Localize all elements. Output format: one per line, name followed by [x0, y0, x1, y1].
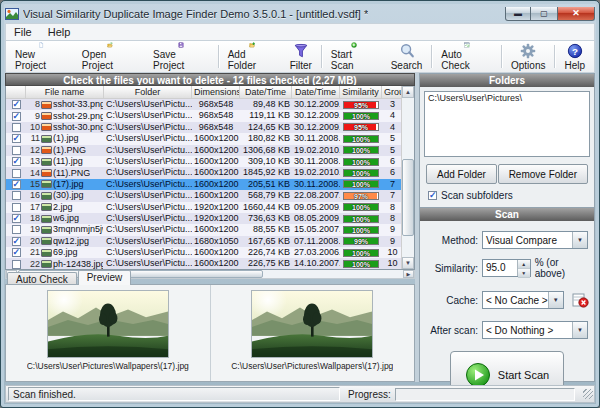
save-project-button[interactable]: Save Project	[146, 42, 216, 71]
row-checkbox[interactable]	[12, 100, 21, 109]
minimize-button[interactable]: ▬	[505, 7, 531, 21]
file-name-cell[interactable]: 18w6.jpg	[26, 213, 104, 224]
table-row[interactable]: 20qw12.jpgC:\Users\User\Pictu...1680x105…	[6, 236, 401, 247]
file-name-cell[interactable]: 2169.jpg	[26, 247, 104, 258]
file-name-cell[interactable]: 9sshot-29.png	[26, 110, 104, 121]
col-size[interactable]: Date/Time	[240, 86, 292, 98]
file-name-cell[interactable]: 11(1).jpg	[26, 133, 104, 144]
row-checkbox[interactable]	[12, 248, 21, 257]
row-checkbox[interactable]	[12, 203, 21, 212]
search-button[interactable]: Search	[384, 42, 430, 71]
table-row[interactable]: 12(1).PNGC:\Users\User\Pictu...1600x1200…	[6, 145, 401, 156]
table-row[interactable]: 10sshot-30.pngC:\Users\User\Pictu...968x…	[6, 122, 401, 133]
table-row[interactable]: 15(17).jpgC:\Users\User\Pictu...1600x120…	[6, 179, 401, 190]
scroll-down-icon[interactable]: ▼	[402, 257, 414, 269]
row-check-cell[interactable]	[6, 167, 26, 178]
table-row[interactable]: 11(1).jpgC:\Users\User\Pictu...1600x1200…	[6, 133, 401, 144]
file-name-cell[interactable]: 8sshot-33.png	[26, 99, 104, 110]
maximize-button[interactable]: ▢	[531, 7, 557, 21]
row-checkbox[interactable]	[12, 169, 21, 178]
row-checkbox[interactable]	[12, 214, 21, 223]
col-dimensions[interactable]: Dimensions	[192, 86, 240, 98]
row-checkbox[interactable]	[12, 180, 21, 189]
help-button[interactable]: ? Help	[557, 42, 592, 71]
add-folder-panel-button[interactable]: Add Folder	[426, 164, 497, 184]
options-button[interactable]: Options	[504, 42, 552, 71]
col-group[interactable]: Group	[382, 86, 403, 98]
row-checkbox[interactable]	[12, 146, 21, 155]
spin-down-icon[interactable]: ▼	[518, 269, 530, 278]
table-row[interactable]: 18w6.jpgC:\Users\User\Pictu...1920x12007…	[6, 213, 401, 224]
vertical-scroll-thumb[interactable]	[402, 159, 414, 236]
row-check-cell[interactable]	[6, 133, 26, 144]
row-check-cell[interactable]	[6, 236, 26, 247]
table-row[interactable]: 14(11).PNGC:\Users\User\Pictu...1600x120…	[6, 167, 401, 178]
row-checkbox[interactable]	[12, 134, 21, 143]
col-similarity[interactable]: Similarity	[340, 86, 382, 98]
file-name-cell[interactable]: 14(11).PNG	[26, 167, 104, 178]
row-check-cell[interactable]	[6, 179, 26, 190]
col-file-name[interactable]: File name	[26, 86, 104, 98]
file-name-cell[interactable]: 12(1).PNG	[26, 145, 104, 156]
preview-left-image[interactable]	[47, 290, 169, 358]
start-scan-toolbar-button[interactable]: Start Scan	[324, 42, 384, 71]
row-check-cell[interactable]	[6, 247, 26, 258]
chevron-down-icon[interactable]: ▼	[572, 322, 587, 338]
spin-up-icon[interactable]: ▲	[518, 260, 530, 269]
row-check-cell[interactable]	[6, 122, 26, 133]
similarity-stepper[interactable]: 95.0 ▲▼	[482, 259, 531, 277]
table-row[interactable]: 2169.jpgC:\Users\User\Pictu...1600x12002…	[6, 247, 401, 258]
method-dropdown[interactable]: Visual Compare ▼	[482, 231, 588, 249]
vertical-scrollbar[interactable]: ▲ ▼	[401, 86, 414, 269]
chevron-down-icon[interactable]: ▼	[548, 292, 563, 308]
add-folder-button[interactable]: Add Folder	[221, 42, 283, 71]
row-check-cell[interactable]	[6, 224, 26, 235]
open-project-button[interactable]: Open Project	[75, 42, 146, 71]
menu-help[interactable]: Help	[40, 25, 79, 39]
row-check-cell[interactable]	[6, 99, 26, 110]
close-button[interactable]: ✕	[557, 7, 595, 21]
row-check-cell[interactable]	[6, 202, 26, 213]
scroll-up-icon[interactable]: ▲	[402, 86, 414, 98]
folder-list-item[interactable]: C:\Users\User\Pictures\	[428, 93, 586, 103]
row-checkbox[interactable]	[12, 260, 21, 269]
row-checkbox[interactable]	[12, 191, 21, 200]
file-name-cell[interactable]: 172.jpg	[26, 202, 104, 213]
row-checkbox[interactable]	[12, 225, 21, 234]
filter-button[interactable]: Filter	[283, 42, 319, 71]
col-check[interactable]	[6, 86, 26, 98]
file-name-cell[interactable]: 13(11).jpg	[26, 156, 104, 167]
file-name-cell[interactable]: 16(30).jpg	[26, 190, 104, 201]
delete-cache-icon[interactable]	[572, 292, 589, 308]
menu-file[interactable]: File	[6, 25, 40, 39]
folder-list[interactable]: C:\Users\User\Pictures\	[424, 91, 590, 157]
remove-folder-button[interactable]: Remove Folder	[498, 164, 588, 184]
file-name-cell[interactable]: 20qw12.jpg	[26, 236, 104, 247]
table-row[interactable]: 9sshot-29.pngC:\Users\User\Pictu...968x5…	[6, 110, 401, 121]
row-checkbox[interactable]	[12, 123, 21, 132]
file-name-cell[interactable]: 193mqnnmjn5jwo3	[26, 224, 104, 235]
file-name-cell[interactable]: 22ph-12438.jpg	[26, 258, 104, 269]
preview-right-image[interactable]	[251, 290, 373, 358]
table-row[interactable]: 13(11).jpgC:\Users\User\Pictu...1600x120…	[6, 156, 401, 167]
file-name-cell[interactable]: 15(17).jpg	[26, 179, 104, 190]
row-check-cell[interactable]	[6, 145, 26, 156]
similarity-value[interactable]: 95.0	[483, 260, 517, 276]
col-date[interactable]: Date/Time	[292, 86, 340, 98]
table-row[interactable]: 193mqnnmjn5jwo3C:\Users\User\Pictu...160…	[6, 224, 401, 235]
after-scan-dropdown[interactable]: < Do Nothing > ▼	[482, 321, 588, 339]
table-row[interactable]: 16(30).jpgC:\Users\User\Pictu...1600x120…	[6, 190, 401, 201]
row-checkbox[interactable]	[12, 157, 21, 166]
cache-dropdown[interactable]: < No Cache > ▼	[482, 291, 564, 309]
col-folder[interactable]: Folder	[104, 86, 192, 98]
scan-subfolders-checkbox[interactable]	[428, 191, 437, 200]
tab-preview[interactable]: Preview	[78, 270, 132, 285]
new-project-button[interactable]: New Project	[8, 42, 75, 71]
file-name-cell[interactable]: 10sshot-30.png	[26, 122, 104, 133]
chevron-down-icon[interactable]: ▼	[572, 232, 587, 248]
row-check-cell[interactable]	[6, 110, 26, 121]
row-checkbox[interactable]	[12, 112, 21, 121]
auto-check-button[interactable]: Auto Check	[434, 42, 499, 71]
table-row[interactable]: 22ph-12438.jpgC:\Users\User\Pictu...1600…	[6, 258, 401, 269]
row-check-cell[interactable]	[6, 190, 26, 201]
